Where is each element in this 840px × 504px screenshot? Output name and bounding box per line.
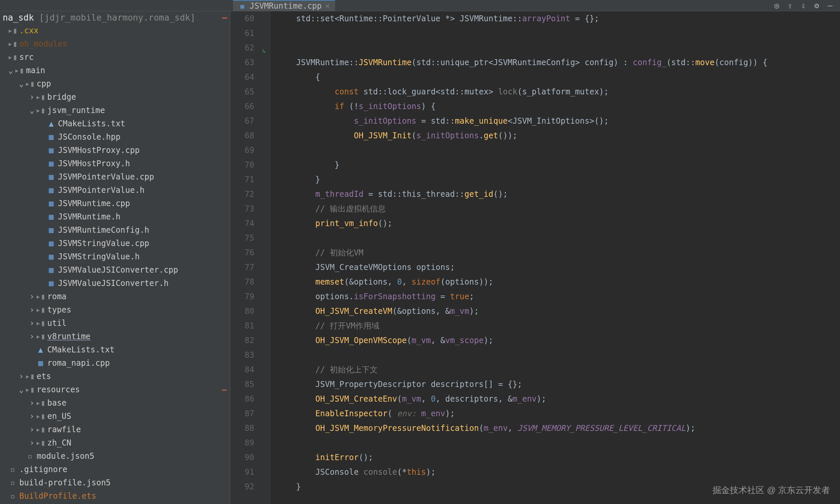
chevron-icon[interactable]: ›	[28, 305, 36, 314]
tree-item-cmakelists-txt[interactable]: ▲CMakeLists.txt	[0, 343, 230, 356]
code-line[interactable]: JSVMRuntime::JSVMRuntime(std::unique_ptr…	[277, 55, 840, 70]
tree-item-main[interactable]: ⌄▸▮main	[0, 64, 230, 77]
code-line[interactable]: }	[277, 172, 840, 187]
tree-item-jsvmruntime-h[interactable]: ▦JSVMRuntime.h	[0, 210, 230, 223]
code-line[interactable]: initError();	[277, 450, 840, 465]
close-icon[interactable]: ×	[325, 1, 330, 11]
tree-item-jsvmruntime-cpp[interactable]: ▦JSVMRuntime.cpp	[0, 197, 230, 210]
line-number[interactable]: 87	[230, 406, 254, 421]
line-number[interactable]: 91	[230, 465, 254, 480]
tree-item-ets[interactable]: ›▸▮ets	[0, 370, 230, 383]
code-line[interactable]: OH_JSVM_Init(s_initOptions.get());	[277, 128, 840, 143]
tree-item-base[interactable]: ›▸▮base	[0, 396, 230, 410]
code-line[interactable]	[277, 143, 840, 158]
chevron-icon[interactable]: ›	[28, 92, 36, 102]
line-number[interactable]: 90	[230, 450, 254, 465]
line-number[interactable]: 82	[230, 333, 254, 348]
code-line[interactable]	[277, 231, 840, 245]
code-line[interactable]: const std::lock_guard<std::mutex> lock(s…	[277, 85, 840, 99]
line-number[interactable]: 79	[230, 289, 254, 304]
line-number[interactable]: 72	[230, 187, 254, 201]
tree-item-oh-modules[interactable]: ▸▮oh_modules	[0, 37, 230, 51]
code-line[interactable]: OH_JSVM_CreateEnv(m_vm, 0, descriptors, …	[277, 392, 840, 406]
tree-item-jsvmpointervalue-h[interactable]: ▦JSVMPointerValue.h	[0, 183, 230, 197]
chevron-icon[interactable]: ›	[28, 412, 36, 421]
code-line[interactable]: JSConsole console(*this);	[277, 465, 840, 480]
line-number[interactable]: 84	[230, 362, 254, 377]
project-sidebar[interactable]: na_sdk [jdjr_mobile_harmony.roma_sdk] — …	[0, 11, 230, 504]
line-number[interactable]: 66	[230, 99, 254, 114]
chevron-icon[interactable]: ›	[28, 292, 36, 301]
line-number[interactable]: 78	[230, 275, 254, 289]
tree-item-v8runtime[interactable]: ›▸▮v8runtime	[0, 330, 230, 343]
tree-item-en-us[interactable]: ›▸▮en_US	[0, 410, 230, 423]
chevron-icon[interactable]: ›	[28, 319, 36, 328]
line-number[interactable]: 88	[230, 421, 254, 435]
tree-item-cpp[interactable]: ⌄▸▮cpp	[0, 77, 230, 90]
tree-item-roma[interactable]: ›▸▮roma	[0, 290, 230, 303]
line-number[interactable]: 92	[230, 480, 254, 494]
line-number[interactable]: 73	[230, 201, 254, 216]
line-number[interactable]: 67	[230, 114, 254, 128]
tree-item-jsvmstringvalue-cpp[interactable]: ▦JSVMStringValue.cpp	[0, 237, 230, 250]
code-line[interactable]	[277, 348, 840, 362]
tree-item-buildprofile-ets[interactable]: ▫BuildProfile.ets	[0, 489, 230, 503]
code-line[interactable]: EnableInspector( env: m_env);	[277, 406, 840, 421]
code-line[interactable]: // 打开VM作用域	[277, 319, 840, 333]
code-line[interactable]: if (!s_initOptions) {	[277, 99, 840, 114]
tree-item-jsvmhostproxy-cpp[interactable]: ▦JSVMHostProxy.cpp	[0, 144, 230, 157]
tree-item-jsvmruntimeconfig-h[interactable]: ▦JSVMRuntimeConfig.h	[0, 223, 230, 237]
code-line[interactable]: memset(&options, 0, sizeof(options));	[277, 275, 840, 289]
code-line[interactable]: OH_JSVM_OpenVMScope(m_vm, &vm_scope);	[277, 333, 840, 348]
code-area[interactable]: std::set<Runtime::PointerValue *> JSVMRu…	[270, 11, 840, 504]
code-line[interactable]: // 初始化VM	[277, 245, 840, 260]
tree-item--cxx[interactable]: ▸▮.cxx	[0, 24, 230, 37]
chevron-icon[interactable]: ⌄	[17, 79, 25, 88]
gear-icon[interactable]: ⚙	[812, 1, 821, 10]
tree-item-util[interactable]: ›▸▮util	[0, 317, 230, 330]
line-number[interactable]: 80	[230, 304, 254, 319]
line-number[interactable]: 69	[230, 143, 254, 158]
chevron-icon[interactable]: ›	[28, 425, 36, 434]
line-number[interactable]: 62	[230, 40, 254, 55]
tree-item-jsvmvaluejsiconverter-h[interactable]: ▦JSVMValueJSIConverter.h	[0, 276, 230, 290]
line-number[interactable]: 61	[230, 26, 254, 40]
code-editor[interactable]: 6061626364656667686970717273747576777879…	[230, 11, 840, 504]
line-number[interactable]: 85	[230, 377, 254, 392]
project-tree[interactable]: ▸▮.cxx▸▮oh_modules▸▮src⌄▸▮main⌄▸▮cpp›▸▮b…	[0, 24, 230, 503]
line-number[interactable]: 63	[230, 55, 254, 70]
code-line[interactable]	[277, 435, 840, 450]
line-number[interactable]: 75	[230, 231, 254, 245]
line-number[interactable]: 60	[230, 11, 254, 26]
tree-item-cmakelists-txt[interactable]: ▲CMakeLists.txt	[0, 117, 230, 130]
code-line[interactable]: s_initOptions = std::make_unique<JSVM_In…	[277, 114, 840, 128]
tree-item-roma-napi-cpp[interactable]: ▦roma_napi.cpp	[0, 356, 230, 370]
code-line[interactable]: OH_JSVM_MemoryPressureNotification(m_env…	[277, 421, 840, 435]
tree-item-resources[interactable]: ⌄▸▮resources—	[0, 383, 230, 396]
tree-item-jsvmvaluejsiconverter-cpp[interactable]: ▦JSVMValueJSIConverter.cpp	[0, 263, 230, 276]
project-header[interactable]: na_sdk [jdjr_mobile_harmony.roma_sdk] —	[0, 11, 230, 24]
line-number[interactable]: 81	[230, 319, 254, 333]
chevron-icon[interactable]: ⌄	[28, 106, 36, 115]
chevron-icon[interactable]: ›	[28, 332, 36, 341]
code-line[interactable]	[277, 26, 840, 40]
tree-item-jsvmstringvalue-h[interactable]: ▦JSVMStringValue.h	[0, 250, 230, 263]
code-line[interactable]: // 输出虚拟机信息	[277, 201, 840, 216]
tree-item-jsvm-runtime[interactable]: ⌄▸▮jsvm_runtime	[0, 104, 230, 117]
tree-item--gitignore[interactable]: ▫.gitignore	[0, 463, 230, 476]
code-line[interactable]: }	[277, 158, 840, 172]
code-line[interactable]: JSVM_CreateVMOptions options;	[277, 260, 840, 275]
tab-jsvmruntime[interactable]: ▦ JSVMRuntime.cpp ×	[233, 0, 335, 11]
line-number[interactable]: 77	[230, 260, 254, 275]
download-icon[interactable]: ⇩	[799, 1, 808, 10]
tree-item-bridge[interactable]: ›▸▮bridge	[0, 90, 230, 104]
line-number[interactable]: 76	[230, 245, 254, 260]
code-line[interactable]: options.isForSnapshotting = true;	[277, 289, 840, 304]
chevron-icon[interactable]: ›	[28, 398, 36, 408]
chevron-icon[interactable]: ›	[17, 372, 25, 381]
line-number[interactable]: 64	[230, 70, 254, 85]
tree-item-jsvmpointervalue-cpp[interactable]: ▦JSVMPointerValue.cpp	[0, 170, 230, 183]
line-number[interactable]: 71	[230, 172, 254, 187]
minimize-icon[interactable]: —	[825, 1, 835, 10]
code-line[interactable]: print_vm_info();	[277, 216, 840, 231]
